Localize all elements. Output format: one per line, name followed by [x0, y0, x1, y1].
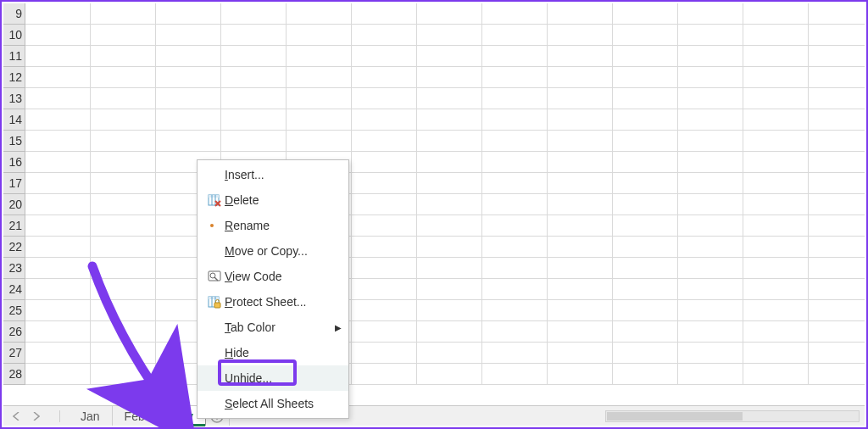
grid-cell[interactable] — [613, 46, 678, 67]
grid-cell[interactable] — [548, 25, 613, 46]
grid-cell[interactable] — [221, 25, 287, 46]
grid-cell[interactable] — [548, 67, 613, 88]
grid-cell[interactable] — [743, 194, 809, 215]
grid-cell[interactable] — [743, 343, 809, 364]
row-header[interactable]: 16 — [3, 152, 25, 173]
grid-cell[interactable] — [482, 173, 548, 194]
grid-cell[interactable] — [25, 300, 91, 321]
grid-cell[interactable] — [417, 88, 482, 109]
grid-cell[interactable] — [743, 300, 809, 321]
menu-item-hide[interactable]: Hide — [198, 340, 348, 365]
grid-cell[interactable] — [678, 258, 743, 279]
grid-cell[interactable] — [25, 321, 91, 343]
grid-cell[interactable] — [417, 237, 482, 258]
grid-cell[interactable] — [417, 215, 482, 237]
grid-cell[interactable] — [417, 67, 482, 88]
grid-cell[interactable] — [809, 300, 865, 321]
grid-cell[interactable] — [91, 300, 156, 321]
grid-cell[interactable] — [482, 300, 548, 321]
menu-item-move[interactable]: Move or Copy... — [198, 238, 348, 264]
grid-cell[interactable] — [25, 25, 91, 46]
grid-cell[interactable] — [678, 237, 743, 258]
grid-cell[interactable] — [809, 152, 865, 173]
menu-item-protect[interactable]: Protect Sheet... — [198, 289, 348, 315]
grid-cell[interactable] — [678, 194, 743, 215]
grid-cell[interactable] — [743, 173, 809, 194]
grid-cell[interactable] — [25, 152, 91, 173]
grid-cell[interactable] — [743, 88, 809, 109]
grid-cell[interactable] — [743, 109, 809, 131]
grid-cell[interactable] — [678, 131, 743, 152]
grid-cell[interactable] — [809, 321, 865, 343]
grid-cell[interactable] — [417, 109, 482, 131]
grid-cell[interactable] — [613, 300, 678, 321]
grid-cell[interactable] — [91, 67, 156, 88]
row-header[interactable]: 27 — [3, 343, 25, 364]
grid-cell[interactable] — [482, 343, 548, 364]
sheet-tab-feb[interactable]: Feb — [113, 406, 158, 426]
grid-cell[interactable] — [417, 258, 482, 279]
grid-cell[interactable] — [156, 3, 221, 25]
grid-cell[interactable] — [91, 215, 156, 237]
grid-cell[interactable] — [91, 131, 156, 152]
grid-cell[interactable] — [743, 25, 809, 46]
grid-cell[interactable] — [613, 109, 678, 131]
row-header[interactable]: 15 — [3, 131, 25, 152]
grid-cell[interactable] — [548, 237, 613, 258]
grid-cell[interactable] — [156, 131, 221, 152]
row-header[interactable]: 23 — [3, 258, 25, 279]
grid-cell[interactable] — [482, 364, 548, 385]
grid-cell[interactable] — [91, 321, 156, 343]
menu-item-unhide[interactable]: Unhide... — [198, 365, 348, 391]
grid-cell[interactable] — [91, 237, 156, 258]
grid-cell[interactable] — [352, 343, 417, 364]
row-header[interactable]: 17 — [3, 173, 25, 194]
grid-cell[interactable] — [548, 258, 613, 279]
grid-cell[interactable] — [352, 364, 417, 385]
row-header[interactable]: 10 — [3, 25, 25, 46]
grid-cell[interactable] — [809, 109, 865, 131]
grid-cell[interactable] — [417, 343, 482, 364]
grid-cell[interactable] — [678, 3, 743, 25]
grid-cell[interactable] — [352, 3, 417, 25]
grid-cell[interactable] — [91, 364, 156, 385]
grid-cell[interactable] — [809, 25, 865, 46]
grid-cell[interactable] — [287, 25, 352, 46]
grid-cell[interactable] — [548, 152, 613, 173]
horizontal-scrollbar[interactable] — [605, 406, 865, 426]
grid-cell[interactable] — [809, 3, 865, 25]
grid-cell[interactable] — [482, 258, 548, 279]
grid-cell[interactable] — [352, 152, 417, 173]
grid-cell[interactable] — [287, 67, 352, 88]
grid-cell[interactable] — [548, 279, 613, 300]
grid-cell[interactable] — [221, 3, 287, 25]
grid-cell[interactable] — [156, 46, 221, 67]
grid-cell[interactable] — [548, 321, 613, 343]
grid-cell[interactable] — [678, 46, 743, 67]
grid-cell[interactable] — [91, 109, 156, 131]
grid-cell[interactable] — [417, 364, 482, 385]
grid-cell[interactable] — [91, 46, 156, 67]
row-header[interactable]: 11 — [3, 46, 25, 67]
row-header[interactable]: 14 — [3, 109, 25, 131]
grid-cell[interactable] — [548, 3, 613, 25]
grid-cell[interactable] — [156, 109, 221, 131]
hscroll-thumb[interactable] — [607, 412, 743, 421]
grid-cell[interactable] — [417, 131, 482, 152]
grid-cell[interactable] — [482, 88, 548, 109]
grid-cell[interactable] — [743, 131, 809, 152]
grid-cell[interactable] — [417, 46, 482, 67]
row-header[interactable]: 28 — [3, 364, 25, 385]
grid-cell[interactable] — [482, 3, 548, 25]
grid-cell[interactable] — [25, 343, 91, 364]
grid-cell[interactable] — [809, 343, 865, 364]
grid-cell[interactable] — [809, 215, 865, 237]
grid-cell[interactable] — [25, 131, 91, 152]
grid-cell[interactable] — [809, 173, 865, 194]
grid-cell[interactable] — [417, 173, 482, 194]
grid-cell[interactable] — [352, 321, 417, 343]
grid-cell[interactable] — [352, 25, 417, 46]
grid-cell[interactable] — [482, 215, 548, 237]
grid-cell[interactable] — [352, 258, 417, 279]
grid-cell[interactable] — [809, 46, 865, 67]
